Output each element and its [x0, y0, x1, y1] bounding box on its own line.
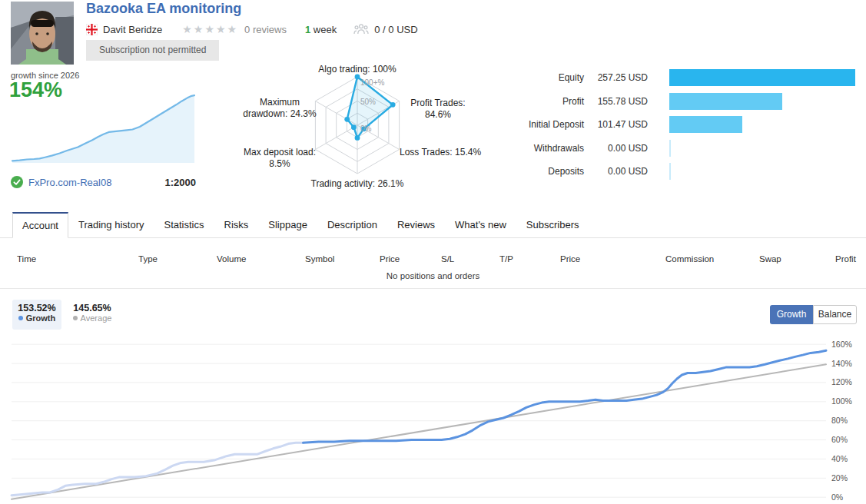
- column-header-price: Price: [380, 254, 400, 264]
- radar-label-max-deposit-load: Max deposit load: 8.5%: [237, 147, 323, 170]
- tab-account[interactable]: Account: [12, 212, 68, 238]
- column-header-profit: Profit: [835, 254, 856, 264]
- signal-page: Bazooka EA monitoring Davit Beridze ★★★★…: [0, 0, 866, 504]
- page-title: Bazooka EA monitoring: [86, 1, 241, 17]
- radar-label-maximum-drawdown: Maximum drawdown: 24.3%: [237, 97, 323, 120]
- georgia-flag-icon: [86, 24, 98, 35]
- tab-description[interactable]: Description: [317, 212, 387, 237]
- svg-text:40%: 40%: [831, 454, 848, 463]
- svg-text:120%: 120%: [831, 377, 852, 386]
- stat-value-profit: 155.78 USD: [586, 93, 648, 110]
- growth-view-button[interactable]: Growth: [770, 305, 813, 324]
- svg-text:160%: 160%: [831, 340, 852, 349]
- svg-text:20%: 20%: [831, 473, 848, 482]
- svg-text:50%: 50%: [360, 98, 376, 106]
- stat-label-equity: Equity: [475, 69, 584, 86]
- stat-bar-deposits: [669, 163, 671, 180]
- radar-label-profit-trades: Profit Trades: 84.6%: [400, 98, 476, 121]
- legend-growth-value: 153.52%: [12, 303, 61, 313]
- column-header-time: Time: [17, 254, 36, 264]
- signal-age-number: 1: [305, 24, 310, 35]
- legend-growth-label: Growth: [26, 313, 56, 323]
- subscription-price: 0 / 0 USD: [374, 24, 417, 35]
- tab-trading-history[interactable]: Trading history: [68, 212, 154, 237]
- balance-view-button[interactable]: Balance: [813, 305, 857, 324]
- svg-text:60%: 60%: [831, 435, 848, 444]
- svg-text:140%: 140%: [831, 359, 852, 368]
- legend-average-value: 145.65%: [68, 303, 117, 313]
- average-dot-icon: [73, 316, 78, 320]
- subscribers-icon: [353, 23, 369, 35]
- stat-label-profit: Profit: [475, 93, 584, 110]
- radar-label-trading-activity: Trading activity: 26.1%: [280, 178, 434, 190]
- column-header-commission: Commission: [665, 254, 714, 264]
- signal-age-unit: week: [314, 24, 337, 35]
- legend-average[interactable]: 145.65% Average: [68, 300, 117, 330]
- stat-value-equity: 257.25 USD: [586, 69, 648, 86]
- tab-bar: AccountTrading historyStatisticsRisksSli…: [0, 212, 866, 238]
- tab-risks[interactable]: Risks: [214, 212, 259, 237]
- stat-label-initial-deposit: Initial Deposit: [475, 116, 584, 133]
- svg-text:0%: 0%: [360, 124, 372, 133]
- svg-text:80%: 80%: [831, 416, 848, 425]
- svg-text:0%: 0%: [831, 492, 843, 502]
- author-link[interactable]: Davit Beridze: [103, 24, 162, 35]
- stat-value-withdrawals: 0.00 USD: [586, 140, 648, 157]
- stat-value-deposits: 0.00 USD: [586, 163, 648, 180]
- reviews-link[interactable]: 0 reviews: [244, 24, 287, 35]
- radar-label-algo-trading: Algo trading: 100%: [280, 64, 434, 75]
- subscription-not-permitted-button[interactable]: Subscription not permitted: [86, 40, 219, 61]
- broker-server-link[interactable]: FxPro.com-Real08: [28, 177, 111, 188]
- server-row: FxPro.com-Real08 1:2000: [11, 176, 196, 188]
- leverage-value: 1:2000: [165, 177, 196, 188]
- column-header-s-l: S/L: [441, 254, 454, 264]
- stat-label-deposits: Deposits: [475, 163, 584, 180]
- header-meta-row: Davit Beridze ★★★★★ 0 reviews 1 week 0 /…: [86, 22, 418, 37]
- growth-history-chart: 0%20%40%60%80%100%120%140%160%: [0, 338, 866, 504]
- stat-bar-withdrawals: [669, 140, 671, 157]
- avatar[interactable]: [11, 2, 74, 65]
- tab-reviews[interactable]: Reviews: [387, 212, 445, 237]
- tab-what-s-new[interactable]: What's new: [445, 212, 516, 237]
- stat-value-initial-deposit: 101.47 USD: [586, 116, 648, 133]
- column-header-volume: Volume: [217, 254, 246, 264]
- column-header-price: Price: [560, 254, 580, 264]
- signal-age: 1 week: [305, 24, 337, 35]
- legend-average-label: Average: [81, 313, 112, 323]
- column-header-swap: Swap: [759, 254, 781, 264]
- growth-dot-icon: [18, 316, 23, 320]
- tab-statistics[interactable]: Statistics: [154, 212, 214, 237]
- empty-table-message: No positions and orders: [0, 271, 866, 280]
- stat-bar-profit: [669, 93, 782, 110]
- column-header-type: Type: [138, 254, 158, 264]
- section-divider: [0, 288, 866, 289]
- rating-stars-icon: ★★★★★: [182, 23, 238, 35]
- svg-text:100+%: 100+%: [360, 78, 385, 87]
- trading-radar-chart: 100+%50%0%: [238, 61, 492, 196]
- stat-bar-equity: [669, 69, 855, 86]
- stat-bar-initial-deposit: [669, 116, 742, 133]
- growth-sparkline-chart: [11, 91, 196, 164]
- column-header-symbol: Symbol: [305, 254, 334, 264]
- column-header-t-p: T/P: [499, 254, 513, 264]
- tab-subscribers[interactable]: Subscribers: [516, 212, 589, 237]
- svg-text:100%: 100%: [831, 396, 852, 406]
- legend-growth[interactable]: 153.52% Growth: [12, 300, 61, 330]
- stat-label-withdrawals: Withdrawals: [475, 140, 584, 157]
- tab-slippage[interactable]: Slippage: [258, 212, 317, 237]
- verified-icon: [11, 176, 23, 188]
